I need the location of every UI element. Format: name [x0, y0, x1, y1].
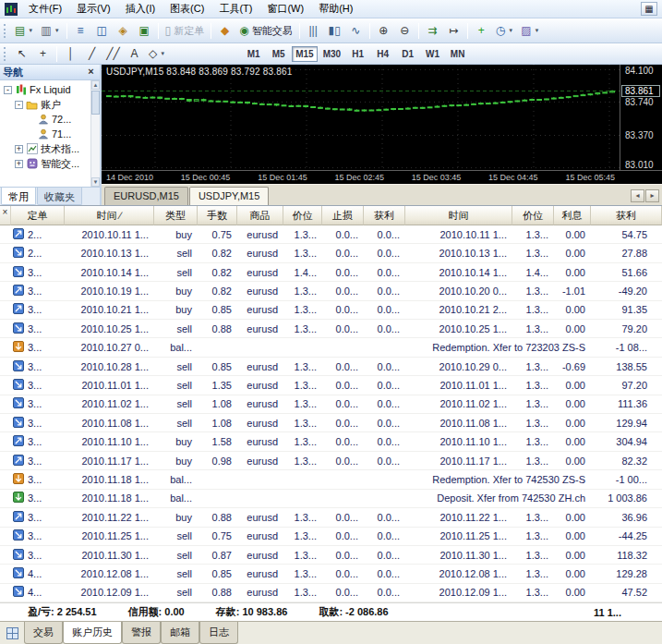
expand-icon[interactable]: + [15, 145, 23, 153]
history-row[interactable]: 3...2010.11.17 1...buy0.98eurusd1.3...0.… [0, 452, 662, 470]
profiles-button[interactable]: ▥▼ [37, 21, 63, 41]
indicators-button[interactable]: + [471, 21, 492, 41]
scroll-down-icon[interactable]: ▼ [91, 177, 100, 187]
tab-alerts[interactable]: 警报 [122, 622, 161, 644]
period-m5-button[interactable]: M5 [267, 46, 290, 62]
period-w1-button[interactable]: W1 [421, 46, 444, 62]
market-watch-button[interactable]: ≡ [70, 21, 91, 41]
history-row[interactable]: 4...2010.12.09 1...sell0.88eurusd1.3...0… [0, 584, 662, 602]
navigator-button[interactable]: ◈ [113, 21, 134, 41]
metaeditor-button[interactable]: ◆ [214, 21, 235, 41]
period-m15-button[interactable]: M15 [292, 46, 317, 62]
column-header-type[interactable]: 类型 [154, 206, 198, 225]
navigator-close-icon[interactable]: × [85, 67, 97, 79]
menu-charts[interactable]: 图表(C) [162, 0, 211, 18]
terminal-button[interactable]: ▣ [134, 21, 155, 41]
column-header-order[interactable]: 定单 [11, 206, 65, 225]
auto-scroll-button[interactable]: ⇉ [422, 21, 443, 41]
period-m1-button[interactable]: M1 [242, 46, 265, 62]
history-row[interactable]: 3...2010.10.27 0...bal...Redemption. Xfe… [0, 338, 662, 357]
menu-insert[interactable]: 插入(I) [118, 0, 162, 18]
collapse-icon[interactable]: - [4, 86, 12, 94]
chart-shift-button[interactable]: ↦ [443, 21, 464, 41]
column-header-profit[interactable]: 获利 [591, 206, 662, 225]
menu-help[interactable]: 帮助(H) [311, 0, 360, 18]
crosshair-button[interactable]: + [32, 44, 54, 64]
history-row[interactable]: 3...2010.11.25 1...sell0.75eurusd1.3...0… [0, 528, 662, 546]
period-m30-button[interactable]: M30 [319, 46, 344, 62]
column-header-take-profit[interactable]: 获利 [364, 206, 405, 225]
navigator-scrollbar[interactable]: ▲ ▼ [90, 80, 100, 187]
chart-tab-eurusd[interactable]: EURUSD,M15 [104, 187, 188, 205]
zoom-out-button[interactable]: ⊖ [394, 21, 415, 41]
tabs-scroll-right-icon[interactable]: ▸ [645, 189, 659, 202]
menu-window[interactable]: 窗口(W) [259, 0, 311, 18]
tab-trade[interactable]: 交易 [24, 622, 63, 644]
history-row[interactable]: 3...2010.11.10 1...buy1.58eurusd1.3...0.… [0, 432, 662, 451]
history-row[interactable]: 3...2010.11.22 1...buy0.88eurusd1.3...0.… [0, 508, 662, 527]
new-order-button[interactable]: ▯新定单 [162, 21, 209, 41]
text-button[interactable]: A [124, 44, 145, 64]
tab-mailbox[interactable]: 邮箱 [161, 622, 199, 644]
templates-button[interactable]: ▨▼ [517, 21, 543, 41]
toolbar-grip[interactable] [4, 24, 7, 38]
history-row[interactable]: 3...2010.10.28 1...sell0.85eurusd1.3...0… [0, 358, 662, 376]
history-row[interactable]: 3...2010.10.14 1...sell0.82eurusd1.4...0… [0, 263, 662, 282]
history-row[interactable]: 3...2010.10.21 1...buy0.85eurusd1.3...0.… [0, 301, 662, 320]
column-header-close-time[interactable]: 时间 [405, 206, 512, 225]
data-window-button[interactable]: ◫ [91, 21, 113, 41]
scroll-up-icon[interactable]: ▲ [91, 80, 100, 90]
expand-icon[interactable]: + [15, 160, 23, 168]
history-row[interactable]: 2...2010.10.13 1...sell0.82eurusd1.3...0… [0, 244, 662, 262]
tabs-scroll-left-icon[interactable]: ◂ [631, 189, 644, 202]
scrollbar-thumb[interactable] [91, 91, 100, 115]
zoom-in-button[interactable]: ⊕ [373, 21, 394, 41]
nav-accounts[interactable]: -账户 [2, 97, 90, 112]
nav-account-72[interactable]: 72... [2, 112, 90, 127]
column-header-open-price[interactable]: 价位 [283, 206, 322, 225]
column-header-symbol[interactable]: 商品 [237, 206, 283, 225]
nav-tab-favorites[interactable]: 收藏夹 [37, 188, 82, 205]
arrows-button[interactable]: ◇▼ [145, 44, 169, 64]
nav-tab-common[interactable]: 常用 [1, 188, 36, 205]
menu-view[interactable]: 显示(V) [69, 0, 118, 18]
chart-plot[interactable]: USDJPY,M15 83.848 83.869 83.792 83.861 [102, 65, 620, 170]
collapse-icon[interactable]: - [15, 101, 23, 109]
terminal-close-icon[interactable]: × [3, 206, 8, 218]
nav-indicators[interactable]: +技术指... [2, 141, 90, 156]
period-mn-button[interactable]: MN [446, 46, 469, 62]
chart-line-button[interactable]: ∿ [345, 21, 367, 41]
column-header-open-time[interactable]: 时间∕ [65, 206, 154, 225]
history-row[interactable]: 3...2010.10.25 1...sell0.88eurusd1.3...0… [0, 320, 662, 338]
history-row[interactable]: 2...2010.10.11 1...buy0.75eurusd1.3...0.… [0, 225, 662, 244]
column-header-lots[interactable]: 手数 [198, 206, 237, 225]
chart-tab-usdjpy[interactable]: USDJPY,M15 [189, 187, 269, 205]
history-row[interactable]: 3...2010.11.02 1...sell1.08eurusd1.3...0… [0, 395, 662, 414]
history-row[interactable]: 3...2010.11.01 1...sell1.35eurusd1.3...0… [0, 376, 662, 395]
history-row[interactable]: 3...2010.11.30 1...sell0.87eurusd1.3...0… [0, 546, 662, 565]
nav-broker[interactable]: -Fx Liquid [2, 82, 90, 97]
expert-advisors-button[interactable]: ◉智能交易 [235, 21, 295, 41]
history-row[interactable]: 3...2010.10.19 1...buy0.82eurusd1.3...0.… [0, 282, 662, 300]
chart-bars-button[interactable]: ||| [303, 21, 324, 41]
trendline-button[interactable]: ╱ [81, 44, 102, 64]
period-h4-button[interactable]: H4 [371, 46, 394, 62]
new-chart-button[interactable]: ▤▼ [11, 21, 37, 41]
vertical-line-button[interactable]: │ [60, 44, 81, 64]
history-row[interactable]: 4...2010.12.08 1...sell0.85eurusd1.3...0… [0, 565, 662, 583]
column-header-swap[interactable]: 利息 [554, 206, 591, 225]
chart-area[interactable]: USDJPY,M15 83.848 83.869 83.792 83.861 8… [102, 65, 662, 170]
tab-account-history[interactable]: 账户历史 [63, 622, 122, 644]
periods-button[interactable]: ◷▼ [492, 21, 517, 41]
column-header-stop-loss[interactable]: 止损 [322, 206, 364, 225]
tab-journal[interactable]: 日志 [199, 622, 238, 644]
menu-file[interactable]: 文件(F) [21, 0, 69, 18]
equidistant-channel-button[interactable]: ╱╱ [102, 44, 124, 64]
cursor-button[interactable]: ↖ [11, 44, 32, 64]
period-d1-button[interactable]: D1 [396, 46, 419, 62]
history-row[interactable]: 3...2010.11.18 1...bal...Redemption. Xfe… [0, 470, 662, 489]
history-row[interactable]: 3...2010.11.18 1...bal...Deposit. Xfer f… [0, 490, 662, 508]
nav-experts[interactable]: +智能交... [2, 156, 90, 171]
nav-account-71[interactable]: 71... [2, 127, 90, 141]
period-h1-button[interactable]: H1 [346, 46, 369, 62]
